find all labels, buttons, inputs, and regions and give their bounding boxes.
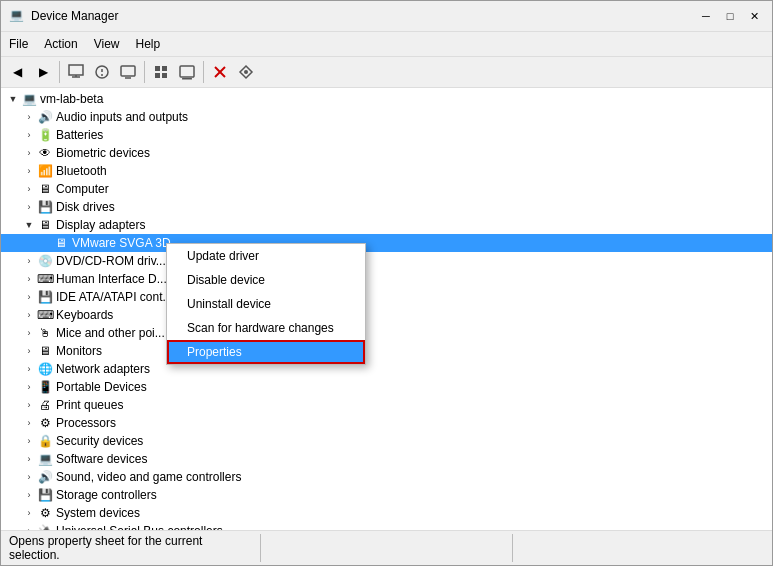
list-item[interactable]: › 🔌 Universal Serial Bus controllers <box>1 522 772 530</box>
list-item[interactable]: › ⌨ Keyboards <box>1 306 772 324</box>
list-item[interactable]: › 🖥 Computer <box>1 180 772 198</box>
tree-item-label: Monitors <box>56 344 102 358</box>
svg-point-5 <box>101 74 103 76</box>
expand-arrow[interactable]: › <box>21 364 37 374</box>
menu-help[interactable]: Help <box>128 34 169 54</box>
cpu-icon: ⚙ <box>37 415 53 431</box>
title-bar-left: 💻 Device Manager <box>9 8 118 24</box>
toolbar-separator-1 <box>59 61 60 83</box>
minimize-button[interactable]: ─ <box>696 7 716 25</box>
expand-arrow-display[interactable]: ▼ <box>21 220 37 230</box>
list-item[interactable]: › 💻 Software devices <box>1 450 772 468</box>
tree-root[interactable]: ▼ 💻 vm-lab-beta <box>1 90 772 108</box>
list-item[interactable]: › 🔊 Sound, video and game controllers <box>1 468 772 486</box>
scan-hardware-button[interactable] <box>234 60 258 84</box>
list-item[interactable]: › ⚙ System devices <box>1 504 772 522</box>
monitors-icon: 🖥 <box>37 343 53 359</box>
menu-view[interactable]: View <box>86 34 128 54</box>
forward-button[interactable]: ▶ <box>31 60 55 84</box>
svg-rect-10 <box>155 73 160 78</box>
list-item[interactable]: ▼ 🖥 Display adapters <box>1 216 772 234</box>
properties-button[interactable] <box>64 60 88 84</box>
audio-icon: 🔊 <box>37 109 53 125</box>
hid-icon: ⌨ <box>37 271 53 287</box>
device-manager-window: 💻 Device Manager ─ □ ✕ File Action View … <box>0 0 773 566</box>
expand-arrow[interactable]: › <box>21 472 37 482</box>
list-item[interactable]: › 🖱 Mice and other poi... <box>1 324 772 342</box>
list-item[interactable]: › 💾 Storage controllers <box>1 486 772 504</box>
scan-button[interactable] <box>116 60 140 84</box>
expand-arrow[interactable]: › <box>21 130 37 140</box>
list-item[interactable]: › 👁 Biometric devices <box>1 144 772 162</box>
expand-arrow[interactable]: › <box>21 274 37 284</box>
main-content: ▼ 💻 vm-lab-beta › 🔊 Audio inputs and out… <box>1 88 772 530</box>
expand-arrow[interactable]: › <box>21 436 37 446</box>
list-item[interactable]: › ⚙ Processors <box>1 414 772 432</box>
context-menu-uninstall[interactable]: Uninstall device <box>167 292 365 316</box>
show-all-button[interactable] <box>149 60 173 84</box>
context-menu-scan[interactable]: Scan for hardware changes <box>167 316 365 340</box>
menu-file[interactable]: File <box>1 34 36 54</box>
expand-arrow[interactable]: › <box>21 508 37 518</box>
expand-arrow[interactable]: › <box>21 418 37 428</box>
update-driver-button[interactable] <box>90 60 114 84</box>
expand-arrow[interactable]: › <box>21 490 37 500</box>
computer-icon: 🖥 <box>37 181 53 197</box>
back-button[interactable]: ◀ <box>5 60 29 84</box>
context-menu-update-driver[interactable]: Update driver <box>167 244 365 268</box>
tree-item-label: System devices <box>56 506 140 520</box>
list-item[interactable]: › 📶 Bluetooth <box>1 162 772 180</box>
expand-arrow[interactable]: › <box>21 454 37 464</box>
expand-arrow[interactable]: › <box>21 256 37 266</box>
expand-arrow[interactable]: › <box>21 184 37 194</box>
expand-arrow[interactable]: › <box>21 382 37 392</box>
maximize-button[interactable]: □ <box>720 7 740 25</box>
tree-item-label: Portable Devices <box>56 380 147 394</box>
svg-rect-12 <box>180 66 194 77</box>
list-item[interactable]: › 🖨 Print queues <box>1 396 772 414</box>
delete-button[interactable] <box>208 60 232 84</box>
context-menu-disable[interactable]: Disable device <box>167 268 365 292</box>
close-button[interactable]: ✕ <box>744 7 764 25</box>
tree-item-label: Batteries <box>56 128 103 142</box>
expand-arrow[interactable]: › <box>21 328 37 338</box>
context-menu-properties[interactable]: Properties <box>167 340 365 364</box>
list-item[interactable]: › 🌐 Network adapters <box>1 360 772 378</box>
ide-icon: 💾 <box>37 289 53 305</box>
expand-arrow[interactable]: › <box>21 148 37 158</box>
list-item[interactable]: › 🔋 Batteries <box>1 126 772 144</box>
tree-item-label: Keyboards <box>56 308 113 322</box>
biometric-icon: 👁 <box>37 145 53 161</box>
tree-item-label: VMware SVGA 3D <box>72 236 171 250</box>
expand-arrow[interactable]: › <box>21 526 37 530</box>
list-item[interactable]: › 🔊 Audio inputs and outputs <box>1 108 772 126</box>
list-item[interactable]: › ⌨ Human Interface D... <box>1 270 772 288</box>
expand-arrow-root[interactable]: ▼ <box>5 94 21 104</box>
expand-arrow[interactable]: › <box>21 400 37 410</box>
list-item[interactable]: › 🖥 Monitors <box>1 342 772 360</box>
svg-rect-8 <box>155 66 160 71</box>
expand-arrow[interactable]: › <box>21 112 37 122</box>
tree-item-vmware[interactable]: 🖥 VMware SVGA 3D <box>1 234 772 252</box>
device-by-type-button[interactable] <box>175 60 199 84</box>
keyboard-icon: ⌨ <box>37 307 53 323</box>
list-item[interactable]: › 📱 Portable Devices <box>1 378 772 396</box>
svg-rect-9 <box>162 66 167 71</box>
expand-arrow[interactable]: › <box>21 292 37 302</box>
device-tree[interactable]: ▼ 💻 vm-lab-beta › 🔊 Audio inputs and out… <box>1 88 772 530</box>
menu-action[interactable]: Action <box>36 34 85 54</box>
expand-arrow[interactable]: › <box>21 346 37 356</box>
tree-item-label: Processors <box>56 416 116 430</box>
list-item[interactable]: › 🔒 Security devices <box>1 432 772 450</box>
mouse-icon: 🖱 <box>37 325 53 341</box>
list-item[interactable]: › 💾 IDE ATA/ATAPI cont... <box>1 288 772 306</box>
root-icon: 💻 <box>21 91 37 107</box>
expand-arrow[interactable]: › <box>21 166 37 176</box>
list-item[interactable]: › 💾 Disk drives <box>1 198 772 216</box>
expand-arrow[interactable]: › <box>21 310 37 320</box>
list-item[interactable]: › 💿 DVD/CD-ROM driv... <box>1 252 772 270</box>
security-icon: 🔒 <box>37 433 53 449</box>
tree-item-label: Universal Serial Bus controllers <box>56 524 223 530</box>
expand-arrow[interactable]: › <box>21 202 37 212</box>
tree-item-label: Sound, video and game controllers <box>56 470 241 484</box>
